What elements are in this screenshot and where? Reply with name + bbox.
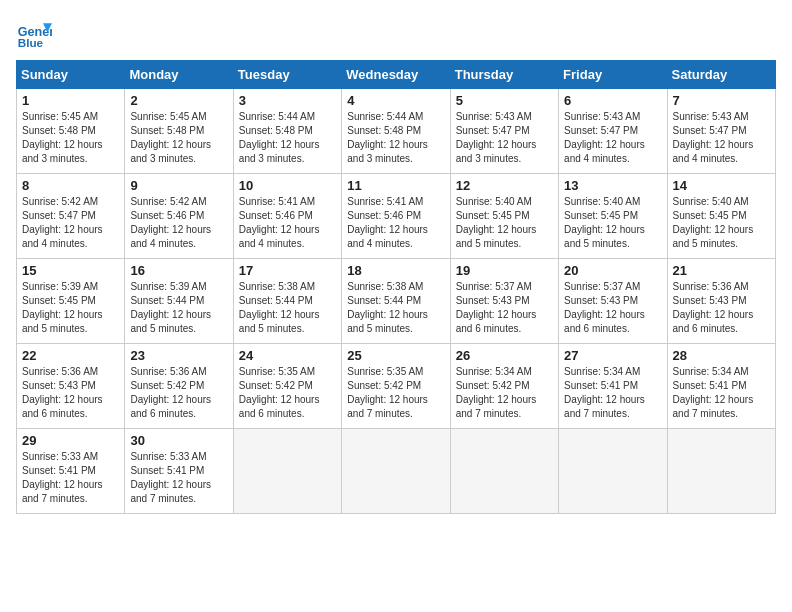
- day-info: Sunrise: 5:40 AMSunset: 5:45 PMDaylight:…: [456, 195, 553, 251]
- day-info: Sunrise: 5:40 AMSunset: 5:45 PMDaylight:…: [673, 195, 770, 251]
- day-number: 29: [22, 433, 119, 448]
- calendar-cell: [450, 429, 558, 514]
- calendar-cell: 3 Sunrise: 5:44 AMSunset: 5:48 PMDayligh…: [233, 89, 341, 174]
- day-header-wednesday: Wednesday: [342, 61, 450, 89]
- day-number: 2: [130, 93, 227, 108]
- day-info: Sunrise: 5:36 AMSunset: 5:43 PMDaylight:…: [22, 365, 119, 421]
- calendar-cell: 29 Sunrise: 5:33 AMSunset: 5:41 PMDaylig…: [17, 429, 125, 514]
- calendar-cell: 7 Sunrise: 5:43 AMSunset: 5:47 PMDayligh…: [667, 89, 775, 174]
- calendar-cell: [233, 429, 341, 514]
- day-number: 30: [130, 433, 227, 448]
- day-number: 20: [564, 263, 661, 278]
- day-info: Sunrise: 5:45 AMSunset: 5:48 PMDaylight:…: [130, 110, 227, 166]
- calendar-cell: 9 Sunrise: 5:42 AMSunset: 5:46 PMDayligh…: [125, 174, 233, 259]
- page-header: General Blue: [16, 16, 776, 52]
- logo-icon: General Blue: [16, 16, 52, 52]
- calendar-week-2: 8 Sunrise: 5:42 AMSunset: 5:47 PMDayligh…: [17, 174, 776, 259]
- calendar-table: SundayMondayTuesdayWednesdayThursdayFrid…: [16, 60, 776, 514]
- calendar-cell: 16 Sunrise: 5:39 AMSunset: 5:44 PMDaylig…: [125, 259, 233, 344]
- calendar-cell: 26 Sunrise: 5:34 AMSunset: 5:42 PMDaylig…: [450, 344, 558, 429]
- day-number: 7: [673, 93, 770, 108]
- calendar-cell: 18 Sunrise: 5:38 AMSunset: 5:44 PMDaylig…: [342, 259, 450, 344]
- calendar-cell: 27 Sunrise: 5:34 AMSunset: 5:41 PMDaylig…: [559, 344, 667, 429]
- day-number: 28: [673, 348, 770, 363]
- calendar-cell: 11 Sunrise: 5:41 AMSunset: 5:46 PMDaylig…: [342, 174, 450, 259]
- day-info: Sunrise: 5:45 AMSunset: 5:48 PMDaylight:…: [22, 110, 119, 166]
- day-number: 23: [130, 348, 227, 363]
- calendar-cell: 21 Sunrise: 5:36 AMSunset: 5:43 PMDaylig…: [667, 259, 775, 344]
- day-number: 11: [347, 178, 444, 193]
- day-number: 3: [239, 93, 336, 108]
- calendar-cell: 4 Sunrise: 5:44 AMSunset: 5:48 PMDayligh…: [342, 89, 450, 174]
- calendar-cell: 6 Sunrise: 5:43 AMSunset: 5:47 PMDayligh…: [559, 89, 667, 174]
- days-header-row: SundayMondayTuesdayWednesdayThursdayFrid…: [17, 61, 776, 89]
- day-header-thursday: Thursday: [450, 61, 558, 89]
- day-number: 5: [456, 93, 553, 108]
- day-header-tuesday: Tuesday: [233, 61, 341, 89]
- day-number: 16: [130, 263, 227, 278]
- calendar-cell: 20 Sunrise: 5:37 AMSunset: 5:43 PMDaylig…: [559, 259, 667, 344]
- day-number: 1: [22, 93, 119, 108]
- calendar-cell: 17 Sunrise: 5:38 AMSunset: 5:44 PMDaylig…: [233, 259, 341, 344]
- day-info: Sunrise: 5:35 AMSunset: 5:42 PMDaylight:…: [347, 365, 444, 421]
- calendar-week-1: 1 Sunrise: 5:45 AMSunset: 5:48 PMDayligh…: [17, 89, 776, 174]
- calendar-cell: 13 Sunrise: 5:40 AMSunset: 5:45 PMDaylig…: [559, 174, 667, 259]
- day-number: 6: [564, 93, 661, 108]
- calendar-cell: 8 Sunrise: 5:42 AMSunset: 5:47 PMDayligh…: [17, 174, 125, 259]
- calendar-cell: 5 Sunrise: 5:43 AMSunset: 5:47 PMDayligh…: [450, 89, 558, 174]
- day-info: Sunrise: 5:35 AMSunset: 5:42 PMDaylight:…: [239, 365, 336, 421]
- day-info: Sunrise: 5:34 AMSunset: 5:41 PMDaylight:…: [564, 365, 661, 421]
- day-number: 12: [456, 178, 553, 193]
- day-info: Sunrise: 5:39 AMSunset: 5:45 PMDaylight:…: [22, 280, 119, 336]
- day-header-monday: Monday: [125, 61, 233, 89]
- calendar-cell: 25 Sunrise: 5:35 AMSunset: 5:42 PMDaylig…: [342, 344, 450, 429]
- day-number: 26: [456, 348, 553, 363]
- calendar-week-3: 15 Sunrise: 5:39 AMSunset: 5:45 PMDaylig…: [17, 259, 776, 344]
- calendar-cell: 24 Sunrise: 5:35 AMSunset: 5:42 PMDaylig…: [233, 344, 341, 429]
- day-number: 14: [673, 178, 770, 193]
- day-info: Sunrise: 5:33 AMSunset: 5:41 PMDaylight:…: [130, 450, 227, 506]
- day-info: Sunrise: 5:43 AMSunset: 5:47 PMDaylight:…: [456, 110, 553, 166]
- day-number: 18: [347, 263, 444, 278]
- day-info: Sunrise: 5:34 AMSunset: 5:42 PMDaylight:…: [456, 365, 553, 421]
- day-info: Sunrise: 5:37 AMSunset: 5:43 PMDaylight:…: [456, 280, 553, 336]
- calendar-week-5: 29 Sunrise: 5:33 AMSunset: 5:41 PMDaylig…: [17, 429, 776, 514]
- day-number: 25: [347, 348, 444, 363]
- day-info: Sunrise: 5:36 AMSunset: 5:43 PMDaylight:…: [673, 280, 770, 336]
- day-info: Sunrise: 5:43 AMSunset: 5:47 PMDaylight:…: [673, 110, 770, 166]
- svg-text:Blue: Blue: [18, 36, 44, 49]
- calendar-cell: [342, 429, 450, 514]
- day-header-friday: Friday: [559, 61, 667, 89]
- day-number: 27: [564, 348, 661, 363]
- calendar-cell: 12 Sunrise: 5:40 AMSunset: 5:45 PMDaylig…: [450, 174, 558, 259]
- calendar-cell: 19 Sunrise: 5:37 AMSunset: 5:43 PMDaylig…: [450, 259, 558, 344]
- calendar-cell: 22 Sunrise: 5:36 AMSunset: 5:43 PMDaylig…: [17, 344, 125, 429]
- day-info: Sunrise: 5:37 AMSunset: 5:43 PMDaylight:…: [564, 280, 661, 336]
- calendar-cell: 23 Sunrise: 5:36 AMSunset: 5:42 PMDaylig…: [125, 344, 233, 429]
- day-number: 15: [22, 263, 119, 278]
- day-header-sunday: Sunday: [17, 61, 125, 89]
- day-info: Sunrise: 5:42 AMSunset: 5:47 PMDaylight:…: [22, 195, 119, 251]
- day-info: Sunrise: 5:41 AMSunset: 5:46 PMDaylight:…: [347, 195, 444, 251]
- day-number: 17: [239, 263, 336, 278]
- day-info: Sunrise: 5:40 AMSunset: 5:45 PMDaylight:…: [564, 195, 661, 251]
- day-number: 10: [239, 178, 336, 193]
- calendar-cell: 30 Sunrise: 5:33 AMSunset: 5:41 PMDaylig…: [125, 429, 233, 514]
- calendar-cell: 1 Sunrise: 5:45 AMSunset: 5:48 PMDayligh…: [17, 89, 125, 174]
- calendar-cell: 2 Sunrise: 5:45 AMSunset: 5:48 PMDayligh…: [125, 89, 233, 174]
- day-number: 24: [239, 348, 336, 363]
- day-number: 22: [22, 348, 119, 363]
- day-info: Sunrise: 5:38 AMSunset: 5:44 PMDaylight:…: [347, 280, 444, 336]
- calendar-cell: 15 Sunrise: 5:39 AMSunset: 5:45 PMDaylig…: [17, 259, 125, 344]
- day-header-saturday: Saturday: [667, 61, 775, 89]
- day-info: Sunrise: 5:42 AMSunset: 5:46 PMDaylight:…: [130, 195, 227, 251]
- day-number: 4: [347, 93, 444, 108]
- calendar-cell: 14 Sunrise: 5:40 AMSunset: 5:45 PMDaylig…: [667, 174, 775, 259]
- logo: General Blue: [16, 16, 52, 52]
- calendar-cell: [667, 429, 775, 514]
- day-info: Sunrise: 5:44 AMSunset: 5:48 PMDaylight:…: [239, 110, 336, 166]
- calendar-cell: [559, 429, 667, 514]
- day-number: 13: [564, 178, 661, 193]
- calendar-cell: 10 Sunrise: 5:41 AMSunset: 5:46 PMDaylig…: [233, 174, 341, 259]
- day-info: Sunrise: 5:43 AMSunset: 5:47 PMDaylight:…: [564, 110, 661, 166]
